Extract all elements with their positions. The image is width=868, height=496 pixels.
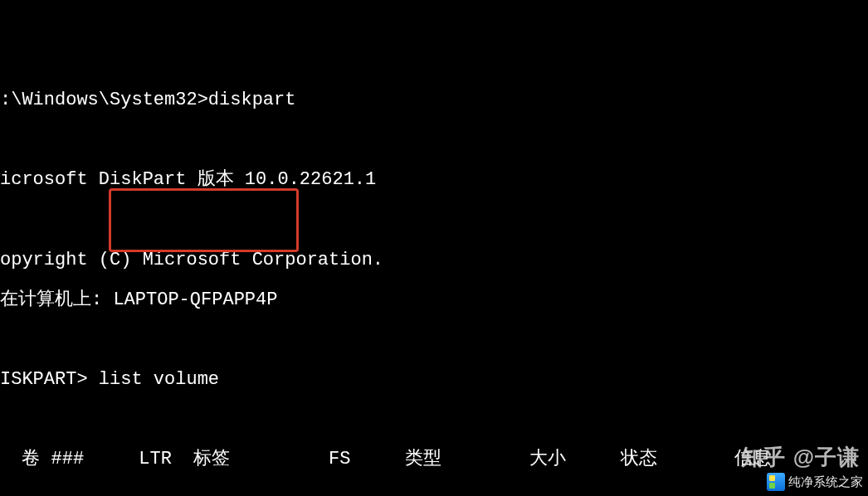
blank-line — [0, 330, 868, 350]
copyright-line: opyright (C) Microsoft Corporation. — [0, 250, 868, 270]
site-watermark: 纯净系统之家 — [767, 473, 863, 491]
table-header: 卷 ### LTR 标签 FS 类型 大小 状态 信息 — [0, 450, 868, 469]
version-line: icrosoft DiskPart 版本 10.0.22621.1 — [0, 170, 868, 190]
zhihu-watermark: 知乎 @子谦 — [741, 445, 860, 469]
site-logo-icon — [767, 473, 785, 491]
site-watermark-text: 纯净系统之家 — [788, 475, 863, 489]
table-divider: -------- --- ----------- ----- ---------… — [0, 490, 868, 496]
blank-line — [0, 410, 868, 430]
command-line[interactable]: ISKPART> list volume — [0, 370, 868, 390]
prompt-line: :\Windows\System32>diskpart — [0, 90, 868, 110]
blank-line — [0, 210, 868, 230]
computer-line: 在计算机上: LAPTOP-QFPAPP4P — [0, 290, 868, 310]
blank-line — [0, 130, 868, 150]
